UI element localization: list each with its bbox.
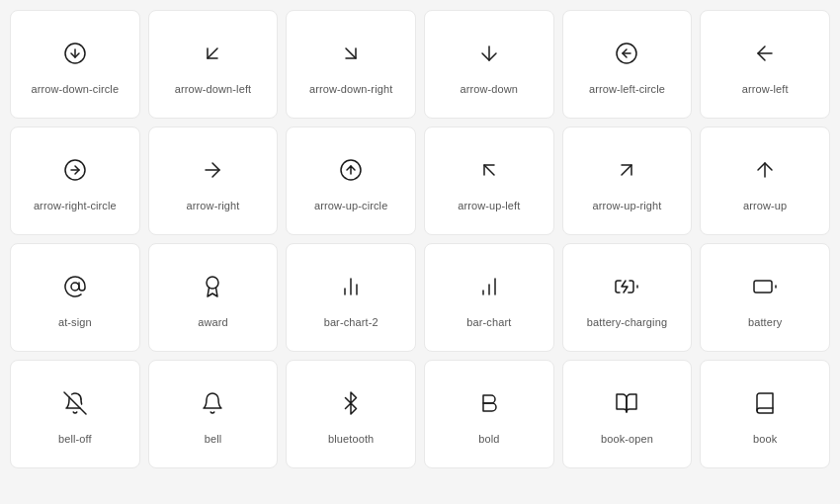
svg-rect-25 [754,281,772,293]
arrow-up-label: arrow-up [743,200,787,211]
battery-charging-icon [615,271,638,302]
svg-line-13 [484,165,494,175]
icon-card-book[interactable]: book [700,360,830,468]
icon-card-arrow-up-right[interactable]: arrow-up-right [562,126,693,235]
arrow-up-left-icon [477,154,501,186]
bell-label: bell [205,433,222,445]
icon-card-arrow-right-circle[interactable]: arrow-right-circle [10,126,140,235]
arrow-left-icon [753,38,777,69]
bluetooth-label: bluetooth [328,433,374,445]
icon-card-bar-chart[interactable]: bar-chart [424,243,554,352]
svg-point-16 [71,283,79,291]
bluetooth-icon [339,387,363,419]
icon-card-bold[interactable]: bold [424,360,554,468]
icon-card-arrow-down-right[interactable]: arrow-down-right [286,10,416,119]
icon-grid: arrow-down-circlearrow-down-leftarrow-do… [10,10,830,468]
arrow-right-circle-label: arrow-right-circle [34,200,117,211]
battery-icon [753,271,777,302]
award-icon [201,271,224,302]
icon-card-book-open[interactable]: book-open [562,360,693,468]
arrow-up-right-icon [615,154,638,186]
icon-card-battery-charging[interactable]: battery-charging [562,243,693,352]
book-icon [753,387,777,419]
icon-card-bar-chart-2[interactable]: bar-chart-2 [286,243,416,352]
icon-card-bell-off[interactable]: bell-off [10,360,140,468]
book-open-icon [615,387,638,419]
arrow-up-icon [753,154,777,186]
icon-card-at-sign[interactable]: at-sign [10,243,140,352]
battery-charging-label: battery-charging [587,316,667,328]
book-label: book [753,433,777,445]
bar-chart-2-label: bar-chart-2 [324,316,378,328]
icon-card-arrow-up-left[interactable]: arrow-up-left [424,126,554,235]
svg-line-14 [622,165,631,175]
bar-chart-2-icon [339,271,363,302]
icon-card-arrow-down-left[interactable]: arrow-down-left [148,10,279,119]
svg-line-3 [346,48,356,58]
icon-card-arrow-left[interactable]: arrow-left [700,10,830,119]
arrow-down-left-label: arrow-down-left [175,83,251,95]
arrow-up-right-label: arrow-up-right [592,200,661,211]
at-sign-icon [63,271,87,302]
icon-card-arrow-up-circle[interactable]: arrow-up-circle [286,126,416,235]
arrow-left-circle-label: arrow-left-circle [589,83,665,95]
award-label: award [198,316,228,328]
arrow-right-circle-icon [63,154,87,186]
arrow-left-circle-icon [615,38,638,69]
bold-label: bold [478,433,499,445]
arrow-down-circle-icon [63,38,87,69]
arrow-down-right-icon [339,38,363,69]
arrow-down-circle-label: arrow-down-circle [31,83,119,95]
svg-point-17 [207,277,218,289]
arrow-right-icon [201,154,224,186]
icon-card-battery[interactable]: battery [700,243,830,352]
svg-line-2 [208,48,217,58]
battery-label: battery [748,316,782,328]
icon-card-arrow-left-circle[interactable]: arrow-left-circle [562,10,693,119]
arrow-up-circle-icon [339,154,363,186]
bell-off-icon [63,387,87,419]
arrow-up-circle-label: arrow-up-circle [314,200,387,211]
arrow-down-left-icon [201,38,224,69]
icon-card-arrow-right[interactable]: arrow-right [148,126,279,235]
arrow-down-icon [477,38,501,69]
bar-chart-label: bar-chart [466,316,511,328]
arrow-right-label: arrow-right [187,200,240,211]
icon-card-bluetooth[interactable]: bluetooth [286,360,416,468]
bell-off-label: bell-off [58,433,92,445]
icon-card-award[interactable]: award [148,243,279,352]
icon-card-bell[interactable]: bell [148,360,279,468]
bar-chart-icon [477,271,501,302]
at-sign-label: at-sign [58,316,92,328]
arrow-left-label: arrow-left [742,83,789,95]
arrow-up-left-label: arrow-up-left [458,200,520,211]
arrow-down-right-label: arrow-down-right [309,83,392,95]
icon-card-arrow-down-circle[interactable]: arrow-down-circle [10,10,140,119]
bell-icon [201,387,224,419]
bold-icon [477,387,501,419]
book-open-label: book-open [601,433,653,445]
svg-line-27 [64,392,86,414]
icon-card-arrow-down[interactable]: arrow-down [424,10,554,119]
icon-card-arrow-up[interactable]: arrow-up [700,126,830,235]
arrow-down-label: arrow-down [461,83,519,95]
